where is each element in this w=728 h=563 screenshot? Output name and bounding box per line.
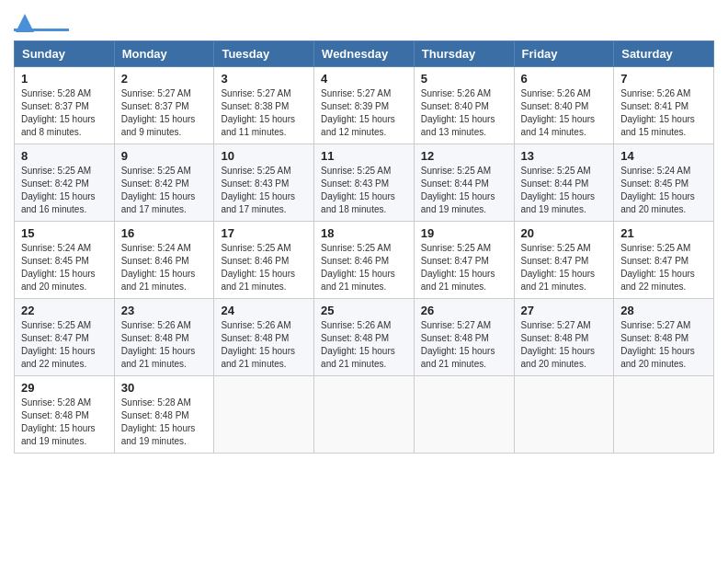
empty-cell bbox=[214, 376, 314, 454]
page-header bbox=[14, 14, 714, 31]
day-number: 30 bbox=[121, 381, 208, 395]
weekday-header-wednesday: Wednesday bbox=[314, 41, 415, 67]
day-info: Sunrise: 5:27 AM Sunset: 8:39 PM Dayligh… bbox=[321, 87, 407, 139]
calendar-day-19: 19 Sunrise: 5:25 AM Sunset: 8:47 PM Dayl… bbox=[414, 222, 514, 299]
day-info: Sunrise: 5:25 AM Sunset: 8:46 PM Dayligh… bbox=[221, 242, 307, 293]
calendar-day-8: 8 Sunrise: 5:25 AM Sunset: 8:42 PM Dayli… bbox=[15, 144, 115, 222]
day-number: 29 bbox=[21, 381, 108, 395]
day-number: 28 bbox=[620, 304, 707, 317]
weekday-header-tuesday: Tuesday bbox=[214, 41, 314, 67]
day-number: 10 bbox=[221, 149, 307, 163]
day-info: Sunrise: 5:25 AM Sunset: 8:47 PM Dayligh… bbox=[21, 319, 108, 371]
day-number: 6 bbox=[521, 72, 608, 86]
day-number: 12 bbox=[421, 149, 507, 163]
day-number: 15 bbox=[21, 226, 108, 240]
day-number: 4 bbox=[321, 72, 407, 86]
day-info: Sunrise: 5:25 AM Sunset: 8:42 PM Dayligh… bbox=[121, 165, 208, 216]
day-info: Sunrise: 5:25 AM Sunset: 8:47 PM Dayligh… bbox=[421, 242, 507, 293]
weekday-header-thursday: Thursday bbox=[414, 41, 514, 67]
day-info: Sunrise: 5:27 AM Sunset: 8:48 PM Dayligh… bbox=[421, 319, 507, 371]
calendar-day-27: 27 Sunrise: 5:27 AM Sunset: 8:48 PM Dayl… bbox=[514, 299, 614, 376]
calendar-day-7: 7 Sunrise: 5:26 AM Sunset: 8:41 PM Dayli… bbox=[614, 67, 714, 144]
day-info: Sunrise: 5:26 AM Sunset: 8:48 PM Dayligh… bbox=[221, 319, 307, 371]
calendar-day-2: 2 Sunrise: 5:27 AM Sunset: 8:37 PM Dayli… bbox=[114, 67, 214, 144]
day-info: Sunrise: 5:26 AM Sunset: 8:41 PM Dayligh… bbox=[620, 87, 707, 139]
calendar-day-1: 1 Sunrise: 5:28 AM Sunset: 8:37 PM Dayli… bbox=[15, 67, 115, 144]
day-number: 27 bbox=[521, 304, 608, 317]
day-info: Sunrise: 5:25 AM Sunset: 8:42 PM Dayligh… bbox=[21, 165, 108, 216]
day-info: Sunrise: 5:28 AM Sunset: 8:48 PM Dayligh… bbox=[21, 396, 108, 448]
day-number: 1 bbox=[21, 72, 108, 86]
empty-cell bbox=[314, 376, 415, 454]
day-number: 8 bbox=[21, 149, 108, 163]
calendar-day-22: 22 Sunrise: 5:25 AM Sunset: 8:47 PM Dayl… bbox=[15, 299, 115, 376]
day-info: Sunrise: 5:25 AM Sunset: 8:43 PM Dayligh… bbox=[321, 165, 407, 216]
day-number: 5 bbox=[421, 72, 507, 86]
calendar-day-28: 28 Sunrise: 5:27 AM Sunset: 8:48 PM Dayl… bbox=[614, 299, 714, 376]
calendar-day-30: 30 Sunrise: 5:28 AM Sunset: 8:48 PM Dayl… bbox=[114, 376, 214, 454]
calendar-day-5: 5 Sunrise: 5:26 AM Sunset: 8:40 PM Dayli… bbox=[414, 67, 514, 144]
day-number: 22 bbox=[21, 304, 108, 317]
day-info: Sunrise: 5:27 AM Sunset: 8:48 PM Dayligh… bbox=[521, 319, 608, 371]
calendar-day-23: 23 Sunrise: 5:26 AM Sunset: 8:48 PM Dayl… bbox=[114, 299, 214, 376]
day-number: 9 bbox=[121, 149, 208, 163]
day-number: 17 bbox=[221, 226, 307, 240]
calendar-day-24: 24 Sunrise: 5:26 AM Sunset: 8:48 PM Dayl… bbox=[214, 299, 314, 376]
day-info: Sunrise: 5:25 AM Sunset: 8:44 PM Dayligh… bbox=[521, 165, 608, 216]
day-number: 20 bbox=[521, 226, 608, 240]
calendar-day-3: 3 Sunrise: 5:27 AM Sunset: 8:38 PM Dayli… bbox=[214, 67, 314, 144]
day-info: Sunrise: 5:28 AM Sunset: 8:48 PM Dayligh… bbox=[121, 396, 208, 448]
calendar-day-21: 21 Sunrise: 5:25 AM Sunset: 8:47 PM Dayl… bbox=[614, 222, 714, 299]
calendar-day-25: 25 Sunrise: 5:26 AM Sunset: 8:48 PM Dayl… bbox=[314, 299, 415, 376]
empty-cell bbox=[514, 376, 614, 454]
calendar-day-9: 9 Sunrise: 5:25 AM Sunset: 8:42 PM Dayli… bbox=[114, 144, 214, 222]
day-number: 25 bbox=[321, 304, 407, 317]
calendar-week-5: 29 Sunrise: 5:28 AM Sunset: 8:48 PM Dayl… bbox=[15, 376, 714, 454]
calendar-week-2: 8 Sunrise: 5:25 AM Sunset: 8:42 PM Dayli… bbox=[15, 144, 714, 222]
logo bbox=[14, 14, 74, 31]
day-info: Sunrise: 5:25 AM Sunset: 8:43 PM Dayligh… bbox=[221, 165, 307, 216]
day-number: 26 bbox=[421, 304, 507, 317]
calendar-day-15: 15 Sunrise: 5:24 AM Sunset: 8:45 PM Dayl… bbox=[15, 222, 115, 299]
calendar-day-13: 13 Sunrise: 5:25 AM Sunset: 8:44 PM Dayl… bbox=[514, 144, 614, 222]
calendar-day-16: 16 Sunrise: 5:24 AM Sunset: 8:46 PM Dayl… bbox=[114, 222, 214, 299]
day-number: 2 bbox=[121, 72, 208, 86]
empty-cell bbox=[614, 376, 714, 454]
calendar-day-17: 17 Sunrise: 5:25 AM Sunset: 8:46 PM Dayl… bbox=[214, 222, 314, 299]
day-info: Sunrise: 5:25 AM Sunset: 8:47 PM Dayligh… bbox=[521, 242, 608, 293]
weekday-header-monday: Monday bbox=[114, 41, 214, 67]
day-number: 19 bbox=[421, 226, 507, 240]
day-number: 11 bbox=[321, 149, 407, 163]
day-number: 13 bbox=[521, 149, 608, 163]
day-info: Sunrise: 5:28 AM Sunset: 8:37 PM Dayligh… bbox=[21, 87, 108, 139]
day-info: Sunrise: 5:27 AM Sunset: 8:37 PM Dayligh… bbox=[121, 87, 208, 139]
day-info: Sunrise: 5:25 AM Sunset: 8:44 PM Dayligh… bbox=[421, 165, 507, 216]
day-info: Sunrise: 5:27 AM Sunset: 8:48 PM Dayligh… bbox=[620, 319, 707, 371]
calendar-day-10: 10 Sunrise: 5:25 AM Sunset: 8:43 PM Dayl… bbox=[214, 144, 314, 222]
day-info: Sunrise: 5:27 AM Sunset: 8:38 PM Dayligh… bbox=[221, 87, 307, 139]
empty-cell bbox=[414, 376, 514, 454]
calendar-day-6: 6 Sunrise: 5:26 AM Sunset: 8:40 PM Dayli… bbox=[514, 67, 614, 144]
calendar-day-26: 26 Sunrise: 5:27 AM Sunset: 8:48 PM Dayl… bbox=[414, 299, 514, 376]
weekday-header-row: SundayMondayTuesdayWednesdayThursdayFrid… bbox=[15, 41, 714, 67]
calendar-day-12: 12 Sunrise: 5:25 AM Sunset: 8:44 PM Dayl… bbox=[414, 144, 514, 222]
calendar-day-29: 29 Sunrise: 5:28 AM Sunset: 8:48 PM Dayl… bbox=[15, 376, 115, 454]
day-info: Sunrise: 5:26 AM Sunset: 8:40 PM Dayligh… bbox=[521, 87, 608, 139]
calendar-day-11: 11 Sunrise: 5:25 AM Sunset: 8:43 PM Dayl… bbox=[314, 144, 415, 222]
day-info: Sunrise: 5:26 AM Sunset: 8:40 PM Dayligh… bbox=[421, 87, 507, 139]
weekday-header-friday: Friday bbox=[514, 41, 614, 67]
calendar-week-4: 22 Sunrise: 5:25 AM Sunset: 8:47 PM Dayl… bbox=[15, 299, 714, 376]
day-info: Sunrise: 5:25 AM Sunset: 8:47 PM Dayligh… bbox=[620, 242, 707, 293]
weekday-header-sunday: Sunday bbox=[15, 41, 115, 67]
calendar-week-3: 15 Sunrise: 5:24 AM Sunset: 8:45 PM Dayl… bbox=[15, 222, 714, 299]
day-number: 18 bbox=[321, 226, 407, 240]
day-number: 23 bbox=[121, 304, 208, 317]
calendar-table: SundayMondayTuesdayWednesdayThursdayFrid… bbox=[14, 40, 714, 454]
day-info: Sunrise: 5:26 AM Sunset: 8:48 PM Dayligh… bbox=[321, 319, 407, 371]
calendar-day-4: 4 Sunrise: 5:27 AM Sunset: 8:39 PM Dayli… bbox=[314, 67, 415, 144]
day-info: Sunrise: 5:24 AM Sunset: 8:45 PM Dayligh… bbox=[620, 165, 707, 216]
logo-underline bbox=[14, 29, 69, 31]
day-number: 7 bbox=[620, 72, 707, 86]
weekday-header-saturday: Saturday bbox=[614, 41, 714, 67]
day-info: Sunrise: 5:24 AM Sunset: 8:45 PM Dayligh… bbox=[21, 242, 108, 293]
